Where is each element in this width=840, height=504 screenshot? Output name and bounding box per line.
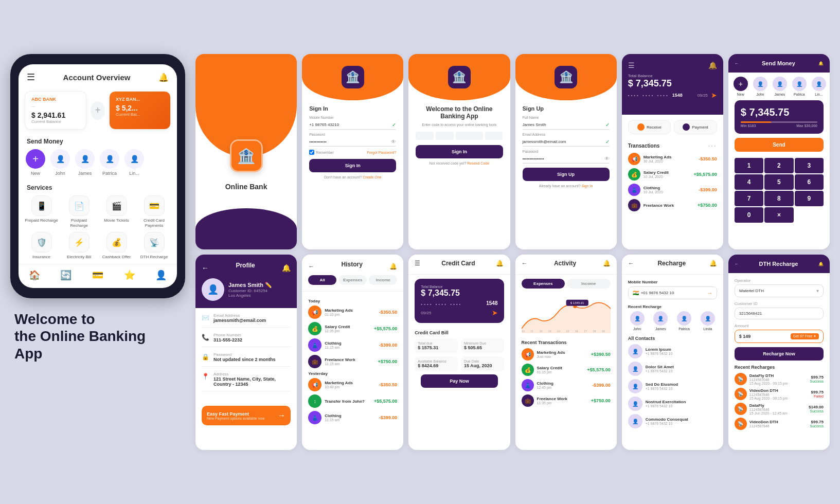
back-icon-act[interactable]: ← [522,260,528,267]
cc-card: Total Balance $ 7,345.75 •••• •••• •••• … [415,279,504,323]
bell-icon-profile[interactable]: 🔔 [282,264,291,272]
otp-3[interactable] [456,132,482,140]
act-tab-income[interactable]: Income [567,279,611,289]
bell-icon-dth[interactable]: 🔔 [818,262,824,266]
recharge-now-btn[interactable]: Recharge Now [735,347,824,361]
promo-banner[interactable]: Easy Fast Payment New Payment options av… [202,406,291,425]
sm-john[interactable]: 👤 John [753,77,767,96]
bell-icon-history[interactable]: 🔔 [389,263,397,270]
contact-lin[interactable]: 👤 Lin... [124,149,144,176]
xyz-bank-card[interactable]: XYZ BAN... $ 5,2... Current Bal... [109,91,171,130]
sm-james[interactable]: 👤 James [773,77,787,96]
key-8[interactable]: 8 [764,191,793,206]
back-icon-history[interactable]: ← [308,263,314,270]
rch-hist-icon-2: 📡 [735,388,747,400]
payment-btn[interactable]: Payment [674,120,717,134]
profile-avatar-row: 👤 James Smith ✏️ Customer ID: 645254 Los… [202,278,291,301]
otp-2[interactable] [436,132,454,140]
nav-favorites[interactable]: ⭐ [124,269,135,281]
bell-icon-sm[interactable]: 🔔 [818,61,824,66]
service-movies[interactable]: 🎬 Movie Tickets [100,195,133,228]
key-3[interactable]: 3 [795,158,824,173]
key-delete[interactable]: × [764,207,793,223]
tab-all[interactable]: All [308,275,336,285]
hamburger-icon[interactable]: ☰ [27,71,35,83]
key-5[interactable]: 5 [764,174,793,190]
welcome-title: Welcome to the Online Banking App [416,105,503,120]
sm-lin[interactable]: 👤 Lin... [812,77,826,96]
sm-patrica[interactable]: 👤 Patrica [792,77,807,96]
rch-james[interactable]: 👤 James [653,311,668,331]
service-cashback[interactable]: 💰 Cashback Offer [100,232,133,260]
bell-icon-dash[interactable]: 🔔 [708,61,717,69]
key-2[interactable]: 2 [764,158,793,173]
sm-new[interactable]: + New [734,77,748,96]
mobile-input[interactable]: +1 98765 43210 ✓ [309,120,396,130]
back-icon-sm[interactable]: ← [735,61,739,66]
key-6[interactable]: 6 [795,174,824,190]
welcome-signin-btn[interactable]: Sign In [416,145,503,158]
bell-icon-act[interactable]: 🔔 [603,260,611,267]
amount-slider[interactable] [741,121,817,123]
bell-icon[interactable]: 🔔 [158,73,169,82]
nav-card[interactable]: 💳 [92,269,103,281]
password-input[interactable]: •••••••••••• 👁 [309,137,396,147]
act-tab-expenses[interactable]: Expenses [522,279,565,289]
back-icon-dth[interactable]: ← [735,262,739,266]
contact-john[interactable]: 👤 John [50,149,70,176]
rch-linda[interactable]: 👤 Linda [701,311,715,331]
service-postpaid[interactable]: 📄 Postpaid Recharge [62,195,96,228]
hist-amount-y3: -$399.00 [379,415,398,420]
operator-select[interactable]: Watertel DTH ▾ [735,284,824,297]
forgot-password-link[interactable]: Forgot Password? [367,151,397,154]
nav-home[interactable]: 🏠 [29,269,40,281]
create-account-link[interactable]: Create One [363,175,381,179]
key-9[interactable]: 9 [795,191,824,206]
more-icon[interactable]: ··· [708,141,717,150]
send-btn[interactable]: Send [735,138,824,152]
contact-patrica[interactable]: 👤 Patrica [100,149,119,176]
key-4[interactable]: 4 [735,174,763,190]
bell-icon-cc[interactable]: 🔔 [496,260,504,267]
key-7[interactable]: 7 [735,191,763,206]
fullname-input[interactable]: James Smith ✓ [523,120,610,130]
nav-transfer[interactable]: 🔄 [60,269,72,281]
promo-arrow: → [277,411,285,420]
rch-john[interactable]: 👤 John [630,311,645,331]
mobile-input-rch[interactable]: 🇮🇳 +01 9876 5432 10 → [628,286,717,299]
key-0[interactable]: 0 [735,207,763,223]
customer-id-input[interactable]: 3215648421 [735,308,824,319]
remember-checkbox[interactable]: Remember [309,150,334,155]
receive-btn[interactable]: Receive [628,120,671,134]
service-electricity[interactable]: ⚡ Electricity Bill [62,232,96,260]
signup-password-input[interactable]: ••••••••••••••• 👁 [523,154,610,164]
back-icon-rch[interactable]: ← [628,260,634,267]
email-input[interactable]: jamessmith@email.com ✓ [523,137,610,147]
key-1[interactable]: 1 [735,158,763,173]
nav-profile[interactable]: 👤 [155,269,167,281]
contact-new[interactable]: + New [26,149,45,176]
signin-btn[interactable]: Sign In [309,159,396,172]
back-icon-profile[interactable]: ← [202,264,209,272]
password-group: Password •••••••••••• 👁 [309,133,396,147]
resend-link[interactable]: Resend Code [467,161,489,165]
new-contact-btn[interactable]: + [26,149,45,169]
add-account-btn[interactable]: + [91,101,105,120]
rch-patrica[interactable]: 👤 Patrica [677,311,691,331]
service-prepaid[interactable]: 📱 Prepaid Recharge [25,195,58,228]
bell-icon-rch[interactable]: 🔔 [709,260,717,267]
menu-icon-cc[interactable]: ☰ [415,260,420,267]
tab-expenses[interactable]: Expenses [338,275,367,285]
go-signin-link[interactable]: Sign In [582,184,593,188]
pay-btn[interactable]: Pay Now [421,374,497,388]
service-insurance[interactable]: 🛡️ Insurance [25,232,58,260]
contact-james[interactable]: 👤 James [75,149,95,176]
otp-1[interactable] [416,132,434,140]
tab-income[interactable]: Income [369,275,397,285]
service-dth[interactable]: 📡 DTH Recharge [137,232,171,260]
signup-btn[interactable]: Sign Up [523,168,610,181]
menu-icon[interactable]: ☰ [628,61,635,69]
service-credit-card[interactable]: 💳 Credit Card Payments [137,195,171,228]
abc-bank-card[interactable]: ABC BANK ··· $ 2,941.61 Current Balance [25,91,86,130]
otp-4[interactable] [485,132,503,140]
